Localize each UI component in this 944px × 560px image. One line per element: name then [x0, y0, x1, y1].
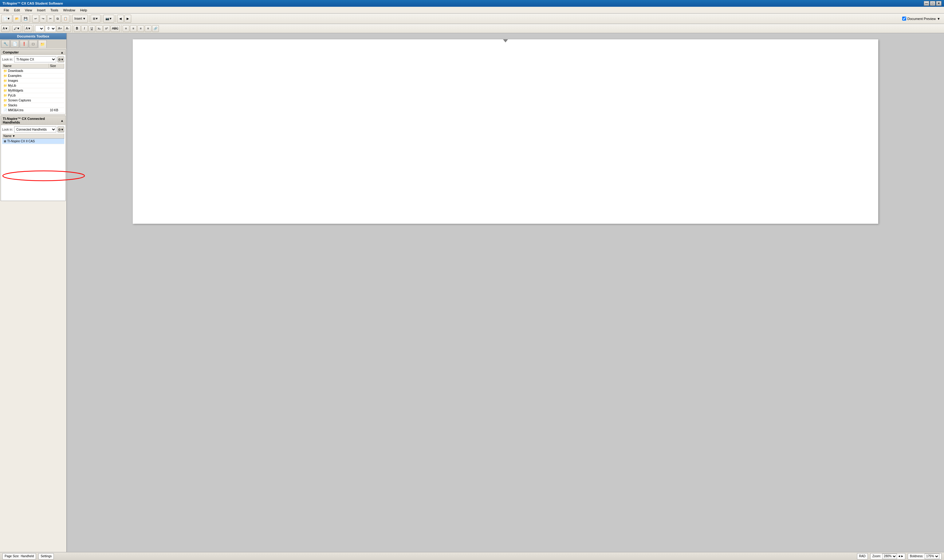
- align-right-btn[interactable]: ≡: [137, 25, 144, 32]
- list-item[interactable]: 📁MyWidgets: [2, 88, 64, 93]
- list-item[interactable]: 📁Examples: [2, 74, 64, 78]
- subscript-btn[interactable]: x₁: [96, 25, 103, 32]
- list-item[interactable]: 🖥 TI-Nspire CX II CAS: [2, 138, 64, 144]
- redo-button[interactable]: ↪: [40, 15, 46, 23]
- justify-btn[interactable]: ≡: [145, 25, 152, 32]
- list-item[interactable]: 📁Images: [2, 78, 64, 83]
- handheld-look-in-select[interactable]: Connected Handhelds: [14, 126, 56, 132]
- list-item[interactable]: 📁PyLib: [2, 93, 64, 98]
- tab-info[interactable]: ❗: [20, 40, 28, 48]
- look-in-select[interactable]: TI-Nspire CX: [14, 56, 56, 62]
- align-left-btn[interactable]: ≡: [123, 25, 129, 32]
- list-item[interactable]: 📁Stacks: [2, 103, 64, 108]
- italic-btn[interactable]: I: [81, 25, 88, 32]
- doc-preview-dropdown[interactable]: ▼: [937, 17, 940, 21]
- decrease-font-btn[interactable]: A-: [64, 25, 71, 32]
- tab-files[interactable]: 📁: [38, 40, 47, 48]
- paste-button[interactable]: 📋: [61, 15, 69, 23]
- boldness-item: Boldness: 175%: [908, 553, 941, 559]
- file-size: 10 KB: [49, 108, 64, 113]
- gear-button[interactable]: ⚙▼: [57, 56, 64, 62]
- list-item[interactable]: 📁MyLib: [2, 83, 64, 88]
- new-doc-button[interactable]: 📄▼: [1, 15, 12, 23]
- insert-button[interactable]: Insert ▼: [72, 15, 88, 23]
- handheld-sort-icon: ▼: [12, 134, 15, 138]
- menu-window[interactable]: Window: [61, 8, 78, 12]
- increase-font-btn[interactable]: A+: [57, 25, 64, 32]
- tab-docs[interactable]: 📄: [11, 40, 19, 48]
- list-item[interactable]: 📁Screen Captures: [2, 98, 64, 103]
- grid-button[interactable]: ⊞▼: [91, 15, 100, 23]
- copy-button[interactable]: ⧉: [54, 15, 61, 23]
- cut-icon: ✂: [49, 17, 52, 20]
- menu-view[interactable]: View: [22, 8, 35, 12]
- menu-bar: File Edit View Insert Tools Window Help: [0, 7, 944, 14]
- zoom-decrease-btn[interactable]: ◀: [898, 555, 900, 557]
- highlight-btn[interactable]: 🖊▼: [12, 25, 22, 32]
- font-family-select[interactable]: [35, 25, 44, 32]
- sep2: [71, 15, 71, 22]
- save-button[interactable]: 💾: [22, 15, 29, 23]
- menu-file[interactable]: File: [1, 8, 12, 12]
- list-item[interactable]: 📄MM3&4.tns 10 KB: [2, 108, 64, 113]
- handheld-gear-button[interactable]: ⚙▼: [57, 126, 64, 132]
- zoom-label: Zoom:: [872, 554, 881, 558]
- device-name: 🖥 TI-Nspire CX II CAS: [2, 138, 64, 144]
- capture-button[interactable]: 📷▼: [103, 15, 114, 23]
- bold-btn[interactable]: B: [74, 25, 80, 32]
- computer-section-content: Look in: TI-Nspire CX ⚙▼ Name Size: [1, 55, 65, 114]
- font-size-select[interactable]: 0: [45, 25, 56, 32]
- handheld-section-content: Look in: Connected Handhelds ⚙▼ Name ▼: [1, 125, 65, 201]
- doc-preview-label: Document Preview: [907, 17, 936, 21]
- superscript-btn[interactable]: x²: [103, 25, 110, 32]
- zoom-increase-btn[interactable]: ▶: [901, 555, 903, 557]
- doc-preview-checkbox[interactable]: [902, 17, 906, 21]
- handheld-section-header[interactable]: TI-Nspire™ CX Connected Handhelds ▲: [1, 116, 65, 125]
- rad-item: RAD: [857, 553, 868, 559]
- menu-help[interactable]: Help: [78, 8, 90, 12]
- computer-section-header[interactable]: Computer ▲: [1, 49, 65, 55]
- col-name: Name: [2, 64, 49, 69]
- close-button[interactable]: ✕: [936, 1, 941, 6]
- open-icon: 📂: [15, 17, 19, 20]
- list-item[interactable]: 📁Downloads: [2, 69, 64, 74]
- folder-size: [49, 74, 64, 78]
- copy-icon: ⧉: [57, 17, 59, 21]
- menu-insert[interactable]: Insert: [34, 8, 48, 12]
- tab-page[interactable]: □: [29, 40, 37, 48]
- strikethrough-btn[interactable]: ABC: [111, 25, 120, 32]
- text-color-btn[interactable]: A▼: [1, 25, 9, 32]
- underline-btn[interactable]: U: [89, 25, 95, 32]
- boldness-label: Boldness:: [910, 554, 923, 558]
- cut-button[interactable]: ✂: [47, 15, 54, 23]
- undo-button[interactable]: ↩: [32, 15, 39, 23]
- back-icon: ◀: [119, 17, 122, 20]
- tab-tools[interactable]: 🔧: [1, 40, 10, 48]
- folder-size: [49, 88, 64, 93]
- paste-icon: 📋: [64, 17, 67, 20]
- boldness-select[interactable]: 175%: [925, 554, 939, 559]
- fill-color-btn[interactable]: A▼: [24, 25, 32, 32]
- align-center-btn[interactable]: ≡: [130, 25, 137, 32]
- page-indicator-triangle: [503, 39, 508, 42]
- sections-container: Computer ▲ Look in: TI-Nspire CX ⚙▼: [0, 49, 66, 552]
- menu-tools[interactable]: Tools: [48, 8, 61, 12]
- open-button[interactable]: 📂: [13, 15, 21, 23]
- link-btn[interactable]: 🔗: [152, 25, 159, 32]
- content-wrapper: [67, 39, 944, 552]
- forward-button[interactable]: ▶: [125, 15, 131, 23]
- handheld-section-title: TI-Nspire™ CX Connected Handhelds: [3, 117, 60, 124]
- toolbox-header: Documents Toolbox: [0, 33, 66, 39]
- menu-edit[interactable]: Edit: [12, 8, 22, 12]
- minimize-button[interactable]: —: [924, 1, 929, 6]
- folder-name: 📁Images: [2, 78, 49, 83]
- folder-name: 📁PyLib: [2, 93, 49, 98]
- folder-size: [49, 98, 64, 103]
- back-button[interactable]: ◀: [117, 15, 124, 23]
- maximize-button[interactable]: □: [930, 1, 935, 6]
- window-title: TI-Nspire™ CX CAS Student Software: [3, 2, 63, 5]
- zoom-select[interactable]: 280%: [882, 554, 897, 559]
- settings-item[interactable]: Settings: [38, 553, 54, 559]
- format-toolbar: A▼ 🖊▼ A▼ 0 A+ A- B I U x₁ x² ABC ≡ ≡ ≡ ≡…: [0, 24, 944, 33]
- settings-label: Settings: [41, 554, 52, 558]
